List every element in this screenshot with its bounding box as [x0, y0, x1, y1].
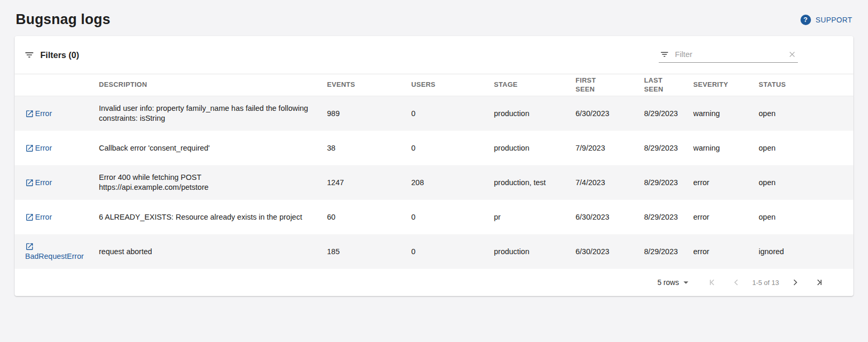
description-cell: Callback error 'consent_required'	[99, 143, 327, 153]
column-header-stage: STAGE	[494, 81, 576, 89]
events-cell: 38	[327, 143, 411, 153]
pagination-range-label: 1-5 of 13	[752, 279, 779, 287]
severity-cell: error	[693, 247, 759, 257]
open-in-new-icon	[25, 178, 34, 187]
error-link-cell: Error	[15, 212, 99, 222]
table-row: BadRequestError request aborted 185 0 pr…	[15, 234, 853, 269]
error-link-label: Error	[35, 144, 52, 152]
last-seen-cell: 8/29/2023	[644, 247, 693, 257]
description-cell: 6 ALREADY_EXISTS: Resource already exist…	[99, 212, 327, 222]
pagination-bar: 5 rows 1-5 of 13	[15, 269, 853, 296]
support-button[interactable]: ? SUPPORT	[801, 15, 852, 25]
last-seen-cell: 8/29/2023	[644, 143, 693, 153]
users-cell: 208	[411, 178, 494, 188]
rows-per-page-select[interactable]: 5 rows	[657, 277, 691, 288]
table-body: Error Invalid user info: property family…	[15, 96, 853, 269]
column-header-events: EVENTS	[327, 81, 411, 89]
help-icon: ?	[801, 15, 811, 25]
filter-icon	[660, 50, 669, 59]
first-seen-cell: 6/30/2023	[576, 109, 644, 119]
users-cell: 0	[411, 109, 494, 119]
table-row: Error Callback error 'consent_required' …	[15, 131, 853, 165]
first-seen-cell: 6/30/2023	[576, 212, 644, 222]
column-header-severity: SEVERITY	[693, 81, 759, 89]
first-seen-cell: 7/4/2023	[576, 178, 644, 188]
status-cell: open	[759, 109, 853, 119]
description-cell: request aborted	[99, 247, 327, 257]
error-link-cell: BadRequestError	[15, 242, 99, 261]
error-link-label: BadRequestError	[25, 252, 84, 260]
arrow-drop-down-icon	[680, 277, 692, 288]
severity-cell: error	[693, 212, 759, 222]
error-link[interactable]: BadRequestError	[25, 242, 84, 260]
events-cell: 989	[327, 109, 411, 119]
open-in-new-icon	[25, 109, 34, 118]
stage-cell: production	[494, 109, 576, 119]
column-header-last-seen: LAST SEEN	[644, 76, 693, 94]
stage-cell: production	[494, 247, 576, 257]
open-in-new-icon	[25, 242, 34, 251]
page-title: Bugsnag logs	[16, 12, 110, 28]
first-page-icon	[707, 277, 717, 288]
last-page-button[interactable]	[814, 277, 825, 288]
clear-filter-icon[interactable]	[787, 50, 797, 59]
description-cell: Error 400 while fetching POST https://ap…	[99, 173, 327, 192]
filter-input[interactable]	[674, 49, 783, 59]
table-row: Error Invalid user info: property family…	[15, 96, 853, 131]
top-bar: Bugsnag logs ? SUPPORT	[0, 0, 868, 36]
table-row: Error Error 400 while fetching POST http…	[15, 165, 853, 200]
next-page-button[interactable]	[790, 277, 801, 288]
error-link-label: Error	[35, 109, 52, 118]
column-header-first-seen: FIRST SEEN	[576, 76, 644, 94]
filter-field	[659, 47, 798, 63]
users-cell: 0	[411, 212, 494, 222]
severity-cell: warning	[693, 109, 759, 119]
column-header-description: DESCRIPTION	[99, 81, 327, 89]
previous-page-button[interactable]	[731, 277, 741, 288]
filters-toggle[interactable]: Filters (0)	[24, 50, 79, 60]
previous-page-icon	[731, 277, 741, 288]
status-cell: open	[759, 212, 853, 222]
events-cell: 60	[327, 212, 411, 222]
status-cell: open	[759, 178, 853, 188]
error-link[interactable]: Error	[25, 213, 52, 221]
open-in-new-icon	[25, 144, 34, 153]
column-header-status: STATUS	[759, 81, 853, 89]
error-link[interactable]: Error	[25, 178, 52, 187]
table-header-row: DESCRIPTION EVENTS USERS STAGE FIRST SEE…	[15, 74, 853, 96]
first-seen-cell: 6/30/2023	[576, 247, 644, 257]
rows-per-page-label: 5 rows	[657, 278, 679, 287]
severity-cell: warning	[693, 143, 759, 153]
error-link-label: Error	[35, 178, 52, 187]
error-link[interactable]: Error	[25, 109, 52, 118]
first-page-button[interactable]	[707, 277, 717, 288]
column-header-users: USERS	[411, 81, 494, 89]
last-seen-cell: 8/29/2023	[644, 212, 693, 222]
last-page-icon	[814, 277, 825, 288]
logs-card: Filters (0) DESCRIPTION EVENTS USERS STA…	[15, 36, 853, 296]
last-seen-cell: 8/29/2023	[644, 109, 693, 119]
status-cell: open	[759, 143, 853, 153]
error-link-cell: Error	[15, 109, 99, 119]
stage-cell: pr	[494, 212, 576, 222]
error-link-cell: Error	[15, 143, 99, 153]
error-link[interactable]: Error	[25, 144, 52, 152]
stage-cell: production	[494, 143, 576, 153]
description-cell: Invalid user info: property family_name …	[99, 104, 327, 123]
open-in-new-icon	[25, 213, 34, 222]
next-page-icon	[790, 277, 801, 288]
filter-list-icon	[24, 50, 35, 60]
users-cell: 0	[411, 143, 494, 153]
events-cell: 185	[327, 247, 411, 257]
error-link-cell: Error	[15, 178, 99, 188]
users-cell: 0	[411, 247, 494, 257]
support-label: SUPPORT	[816, 16, 852, 24]
last-seen-cell: 8/29/2023	[644, 178, 693, 188]
filters-label: Filters (0)	[40, 50, 79, 60]
first-seen-cell: 7/9/2023	[576, 143, 644, 153]
status-cell: ignored	[759, 247, 853, 257]
severity-cell: error	[693, 178, 759, 188]
events-cell: 1247	[327, 178, 411, 188]
error-link-label: Error	[35, 213, 52, 221]
filter-bar: Filters (0)	[15, 36, 853, 74]
